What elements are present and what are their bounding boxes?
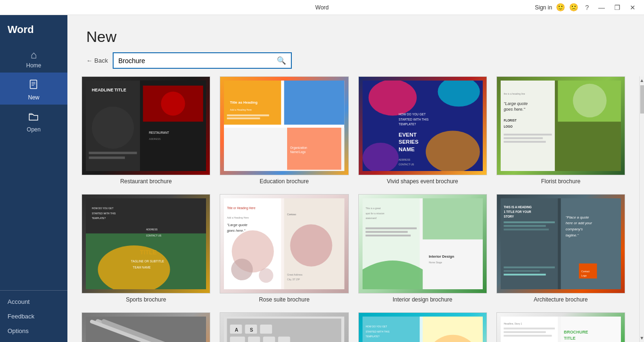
sidebar-item-account[interactable]: Account [0, 294, 67, 309]
sidebar-bottom: Account Feedback Options [0, 290, 67, 342]
svg-text:Add a Heading Here: Add a Heading Here [227, 216, 249, 219]
svg-text:This is a great: This is a great [365, 207, 381, 210]
template-card-keyboard[interactable]: A S COMPANY LOGO BROCHURE [220, 312, 348, 342]
svg-rect-149 [504, 327, 554, 329]
svg-text:S: S [250, 327, 253, 333]
restore-button[interactable]: ❐ [611, 4, 623, 11]
template-card-sports[interactable]: HOW DO YOU GET STARTED WITH THIS TEMPLAT… [82, 194, 210, 302]
svg-rect-125 [263, 336, 275, 342]
search-input[interactable] [114, 54, 272, 67]
svg-text:City, ST ZIP: City, ST ZIP [287, 278, 300, 281]
svg-rect-124 [248, 336, 260, 342]
smile-icon[interactable]: 🙂 [556, 3, 565, 12]
open-folder-icon [28, 111, 40, 124]
close-button[interactable]: ✕ [627, 4, 638, 11]
template-label-interior: Interior design brochure [393, 296, 453, 303]
svg-point-67 [259, 269, 273, 283]
svg-text:1 TITLE FOR YOUR: 1 TITLE FOR YOUR [504, 210, 531, 213]
title-bar: Word Sign in 🙂 🙁 ? — ❐ ✕ [0, 0, 644, 15]
svg-text:ADDRESS: ADDRESS [146, 228, 158, 231]
svg-rect-22 [227, 117, 260, 119]
templates-grid: HEADLINE TITLE RESTAURANT ADDRESS [82, 76, 625, 342]
svg-rect-49 [504, 141, 545, 143]
svg-text:HOW DO YOU GET: HOW DO YOU GET [398, 113, 425, 116]
svg-rect-0 [30, 80, 37, 89]
sidebar-item-new-label: New [28, 94, 39, 101]
sidebar-item-feedback[interactable]: Feedback [0, 309, 67, 324]
template-card-vivid[interactable]: HOW DO YOU GET STARTED WITH THIS TEMPLAT… [358, 76, 487, 185]
svg-rect-122 [260, 325, 272, 334]
sidebar-item-home[interactable]: ⌂ Home [0, 43, 67, 73]
sidebar-item-options[interactable]: Options [0, 324, 67, 338]
svg-text:"Large quote: "Large quote [227, 223, 248, 228]
template-card-interior[interactable]: This is a great spot for a mission state… [358, 194, 487, 302]
svg-rect-151 [504, 335, 552, 337]
template-card-architecture[interactable]: THIS IS A HEADING 1 TITLE FOR YOUR STORY… [496, 194, 625, 302]
svg-text:Great Address: Great Address [287, 273, 303, 276]
svg-text:tagline.": tagline." [566, 233, 579, 237]
svg-text:HOW DO YOU GET: HOW DO YOU GET [365, 325, 387, 328]
svg-text:Interior Design: Interior Design [429, 254, 454, 259]
svg-rect-150 [504, 331, 545, 333]
template-card-tools[interactable]: ABOUT US CONTACT US BROCHURE To [82, 312, 210, 342]
sidebar-brand: Word [0, 15, 67, 43]
search-button[interactable]: 🔍 [272, 53, 291, 68]
template-card-education[interactable]: Title as Heading Add a Heading Here Orga… [220, 76, 348, 185]
sad-icon[interactable]: 🙁 [569, 3, 578, 12]
template-card-florist[interactable]: the is a heading line "Large quote goes … [496, 76, 625, 185]
svg-text:EVENT: EVENT [398, 132, 416, 138]
template-card-restaurant[interactable]: HEADLINE TITLE RESTAURANT ADDRESS [82, 76, 210, 185]
sign-in-link[interactable]: Sign in [535, 4, 553, 11]
svg-rect-93 [504, 225, 545, 227]
template-label-education: Education brochure [260, 178, 309, 185]
template-thumb-baby: HOW DO YOU GET STARTED WITH THIS TEMPLAT… [358, 312, 487, 342]
template-thumb-florist: the is a heading line "Large quote goes … [496, 76, 625, 175]
svg-text:TAGLINE OR SUBTITLE: TAGLINE OR SUBTITLE [131, 260, 164, 263]
template-thumb-rose: Title or Heading Here Add a Heading Here… [220, 194, 348, 293]
page-title: New [86, 28, 625, 46]
svg-text:goes here.": goes here." [227, 228, 246, 233]
svg-text:TEMPLATE?: TEMPLATE? [92, 217, 106, 220]
template-thumb-architecture: THIS IS A HEADING 1 TITLE FOR YOUR STORY… [496, 194, 625, 293]
svg-text:Name/Logo: Name/Logo [290, 150, 306, 154]
svg-text:TEAM NAME: TEAM NAME [133, 266, 151, 269]
template-label-restaurant: Restaurant brochure [120, 178, 172, 185]
templates-scroll: HEADLINE TITLE RESTAURANT ADDRESS [67, 76, 639, 342]
svg-text:the is a heading line: the is a heading line [504, 92, 525, 95]
svg-text:LOGO: LOGO [504, 125, 512, 128]
svg-text:STARTED WITH THIS: STARTED WITH THIS [365, 330, 389, 333]
template-thumb-vivid: HOW DO YOU GET STARTED WITH THIS TEMPLAT… [358, 76, 487, 175]
template-thumb-tools: ABOUT US CONTACT US BROCHURE [82, 312, 210, 342]
sidebar-item-new[interactable]: New [0, 73, 67, 105]
title-bar-controls: Sign in 🙂 🙁 ? — ❐ ✕ [535, 3, 639, 12]
back-button[interactable]: ← Back [86, 57, 108, 64]
svg-rect-48 [504, 137, 543, 139]
svg-rect-9 [89, 156, 125, 159]
scroll-thumb[interactable] [640, 85, 644, 114]
svg-text:Contoso: Contoso [287, 213, 296, 216]
svg-rect-77 [422, 198, 483, 239]
scroll-up-button[interactable]: ▲ [638, 76, 644, 84]
template-label-rose: Rose suite brochure [259, 296, 309, 303]
svg-text:"Place a quote: "Place a quote [566, 215, 589, 220]
home-icon: ⌂ [31, 50, 37, 60]
svg-rect-92 [504, 221, 554, 223]
template-card-rose[interactable]: Title or Heading Here Add a Heading Here… [220, 194, 348, 302]
minimize-button[interactable]: — [595, 4, 608, 11]
search-bar: ← Back 🔍 [86, 52, 625, 69]
template-card-baby[interactable]: HOW DO YOU GET STARTED WITH THIS TEMPLAT… [358, 312, 487, 342]
template-card-newsletter[interactable]: Headline, Story 1 Headline, Story 2 BROC… [496, 312, 625, 342]
search-input-wrap: 🔍 [113, 52, 292, 69]
svg-rect-135 [363, 317, 420, 342]
svg-text:ADDRESS: ADDRESS [398, 158, 410, 161]
svg-rect-102 [504, 267, 554, 269]
template-label-florist: Florist brochure [541, 178, 580, 185]
svg-rect-47 [504, 134, 552, 136]
scroll-down-button[interactable]: ▼ [638, 334, 644, 342]
help-button[interactable]: ? [582, 4, 592, 11]
sidebar-item-open[interactable]: Open [0, 105, 67, 137]
template-thumb-newsletter: Headline, Story 1 Headline, Story 2 BROC… [496, 312, 625, 342]
search-icon: 🔍 [277, 57, 286, 65]
svg-text:Headline, Story 1: Headline, Story 1 [504, 322, 522, 325]
svg-text:Organization: Organization [290, 146, 308, 150]
